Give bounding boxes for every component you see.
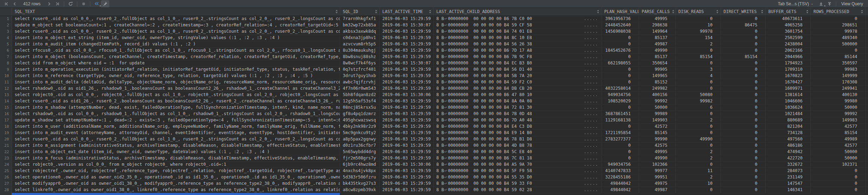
cell-s-cut[interactable] (865, 47, 868, 54)
cell-plan-hash-value[interactable]: 2448452640 (601, 22, 639, 28)
cell-s-cut[interactable] (865, 73, 868, 79)
sort-icon[interactable] (427, 10, 432, 14)
cell-s-cut[interactable] (865, 130, 868, 136)
cell-disk-reads[interactable]: 0 (675, 47, 721, 54)
row-number[interactable]: 15 (0, 104, 12, 111)
cell-buffer-gets[interactable]: 474942 (765, 149, 810, 155)
cell-disk-reads[interactable]: 50080 (675, 92, 721, 98)
cell-sql-id[interactable]: gf8u4pq1dzmrz (340, 111, 379, 117)
cell-child-address[interactable]: 8 B↵00000000 00 00 00 00 B4 5B 7A 20....… (433, 73, 601, 79)
cell-sql-id[interactable]: fjr2m508grs7y (340, 155, 379, 161)
row-number[interactable]: 27 (0, 180, 12, 187)
table-row[interactable]: 27select modifyappr0_.owner_oid as owner… (0, 180, 868, 187)
row-number[interactable]: 22 (0, 149, 12, 155)
cell-plan-hash-value[interactable]: 949034756 (601, 92, 639, 98)
cell-rows-processed[interactable]: 149983 (810, 117, 865, 123)
cell-disk-reads[interactable]: 10 (675, 180, 721, 187)
cell-plan-hash-value[interactable]: 4032258014 (601, 85, 639, 92)
cell-child-address[interactable]: 8 B↵00000000 00 00 00 00 B4 59 CF 58....… (433, 22, 601, 28)
cell-buffer-gets[interactable]: 1036624 (765, 104, 810, 111)
cell-sql-id[interactable]: 08ncj85krsx5u (340, 104, 379, 111)
cell-last-active-time[interactable]: 2019-06-03 15:29:59 (379, 111, 433, 117)
cell-direct-writes[interactable]: 0 (721, 47, 765, 54)
cell-s-cut[interactable] (865, 22, 868, 28)
cell-sql-text[interactable]: insert into m_audit_event (attorneyName,… (12, 130, 340, 136)
cell-buffer-gets[interactable]: 40673611 (765, 15, 810, 22)
table-row[interactable]: 20select ruser0_.oid as col_0_0_, ruser0… (0, 136, 868, 142)
cell-sql-text[interactable]: insert into m_shadow (attemptNumber, dea… (12, 104, 340, 111)
cell-parse-calls[interactable]: 49987 (639, 187, 675, 193)
cell-sql-id[interactable]: azvcvum8rh5p5 (340, 41, 379, 47)
cell-rows-processed[interactable]: 489340 (810, 34, 865, 41)
cell-child-address[interactable]: 8 B↵00000000 00 00 00 00 B4 A5 9A 70....… (433, 161, 601, 168)
cell-s-cut[interactable] (865, 142, 868, 149)
cell-last-active-time[interactable]: 2019-06-03 15:30:07 (379, 22, 433, 28)
cell-plan-hash-value[interactable]: 108520029 (601, 98, 639, 104)
cell-direct-writes[interactable]: 0 (721, 180, 765, 187)
cell-sql-id[interactable]: 8u304maukuhgj (340, 47, 379, 54)
row-number[interactable]: 24 (0, 161, 12, 168)
cell-last-active-time[interactable]: 2019-06-03 15:29:59 (379, 142, 433, 149)
cell-disk-reads[interactable]: 99978 (675, 28, 721, 34)
cell-disk-reads[interactable]: 0 (675, 142, 721, 149)
cell-last-active-time[interactable]: 2019-06-03 15:29:59 (379, 174, 433, 180)
cell-sql-text[interactable]: select operatione0_.owner_oid as owner_o… (12, 174, 340, 180)
cell-disk-reads[interactable]: 154 (675, 34, 721, 41)
cell-parse-calls[interactable]: 99990 (639, 136, 675, 142)
table-row[interactable]: 2update m_object set booleansCount=:1 , … (0, 22, 868, 28)
cell-last-active-time[interactable]: 2019-06-03 15:30:06 (379, 161, 433, 168)
cell-direct-writes[interactable]: 0 (721, 187, 765, 193)
cell-buffer-gets[interactable]: 2438004 (765, 41, 810, 47)
cell-last-active-time[interactable]: 2019-06-03 15:29:59 (379, 15, 433, 22)
cell-parse-calls[interactable]: 99951 (639, 174, 675, 180)
cell-buffer-gets[interactable]: 880689 (765, 117, 810, 123)
cell-s-cut[interactable] (865, 161, 868, 168)
cell-last-active-time[interactable]: 2019-06-03 15:29:59 (379, 155, 433, 161)
cell-plan-hash-value[interactable]: 1129168138 (601, 117, 639, 123)
cell-buffer-gets[interactable]: 1794923 (765, 60, 810, 66)
cell-last-active-time[interactable]: 2019-06-03 15:29:59 (379, 34, 433, 41)
cell-sql-text[interactable]: select rshadow0_.oid as col_0_0_, rshado… (12, 111, 340, 117)
cell-parse-calls[interactable]: 149964 (639, 28, 675, 34)
cell-disk-reads[interactable]: 0 (675, 15, 721, 22)
next-page-button[interactable] (45, 0, 53, 7)
table-row[interactable]: 7insert into m_object (booleansCount, cr… (0, 54, 868, 60)
cell-direct-writes[interactable]: 0 (721, 28, 765, 34)
cell-disk-reads[interactable]: 0 (675, 123, 721, 130)
cell-direct-writes[interactable]: 0 (721, 92, 765, 98)
table-row[interactable]: 18insert into m_user (additionalName_nor… (0, 123, 868, 130)
cell-sql-text[interactable]: insert into m_audit_item (changedItemPat… (12, 41, 340, 47)
cell-plan-hash-value[interactable]: 0 (601, 142, 639, 149)
cell-direct-writes[interactable]: 0 (721, 98, 765, 104)
table-row[interactable]: 14select ruser0_.oid as oid1_26_, ruser0… (0, 98, 868, 104)
cell-last-active-time[interactable]: 2019-06-03 15:29:59 (379, 123, 433, 130)
cell-buffer-gets[interactable]: 734128 (765, 130, 810, 136)
cell-child-address[interactable]: 8 B↵00000000 00 00 00 00 B4 59 02 28....… (433, 187, 601, 193)
cell-disk-reads[interactable]: 11 (675, 168, 721, 174)
cell-child-address[interactable]: 8 B↵00000000 00 00 00 00 B4 8A 0A 08....… (433, 98, 601, 104)
cell-sql-text[interactable]: update m_object set booleansCount=:1 , c… (12, 22, 340, 28)
cell-parse-calls[interactable]: 249982 (639, 85, 675, 92)
cell-last-active-time[interactable]: 2019-06-03 15:30:07 (379, 60, 433, 66)
cell-last-active-time[interactable]: 2019-06-03 15:29:59 (379, 73, 433, 79)
cell-plan-hash-value[interactable]: 662198055 (601, 60, 639, 66)
cell-direct-writes[interactable]: 0 (721, 34, 765, 41)
cell-child-address[interactable]: 8 B↵00000000 00 00 00 00 B6 7C 81 18....… (433, 155, 601, 161)
cell-plan-hash-value[interactable]: 949034756 (601, 161, 639, 168)
cell-sql-id[interactable]: bm32wp72xb85a (340, 22, 379, 28)
cell-parse-calls[interactable]: 49987 (639, 41, 675, 47)
cell-sql-text[interactable]: insert into m_reference (targetType, own… (12, 73, 340, 79)
column-header-plan-hash-value[interactable]: PLAN_HASH_VALUE (601, 8, 639, 15)
cell-buffer-gets[interactable]: 1381614 (765, 92, 810, 98)
cell-disk-reads[interactable]: 99982 (675, 98, 721, 104)
cell-disk-reads[interactable]: 0 (675, 79, 721, 85)
scroll-from-source-button[interactable]: ▾ (92, 0, 101, 7)
cell-s-cut[interactable] (865, 92, 868, 98)
cell-buffer-gets[interactable]: 1670427 (765, 79, 810, 85)
cell-plan-hash-value[interactable]: 4140747833 (601, 168, 639, 174)
cell-s-cut[interactable] (865, 168, 868, 174)
cell-rows-processed[interactable]: 99992 (810, 111, 865, 117)
row-number[interactable]: 2 (0, 22, 12, 28)
cell-sql-id[interactable]: 4f7n06r0wm543 (340, 85, 379, 92)
cell-sql-id[interactable]: a8p5pax2gqnwy (340, 136, 379, 142)
